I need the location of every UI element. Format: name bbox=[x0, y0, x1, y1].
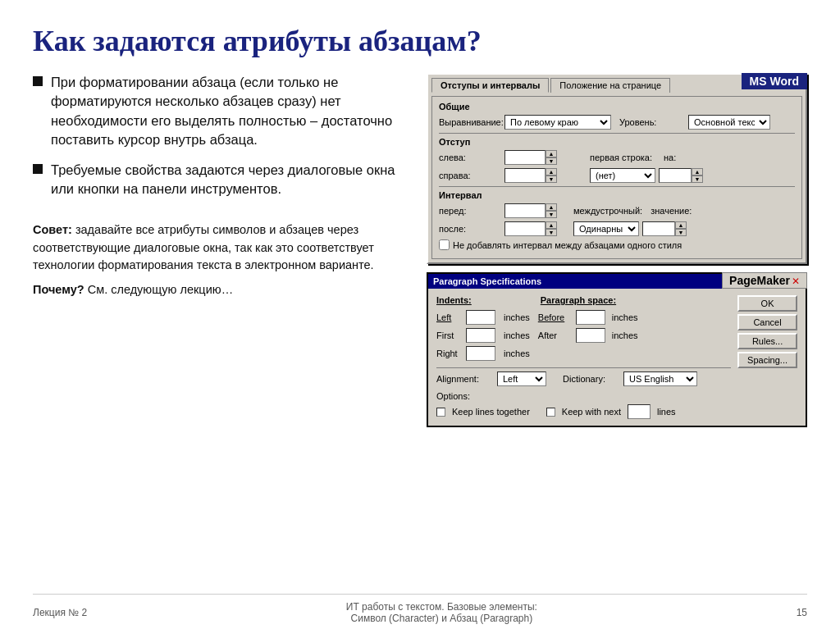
pm-first-after-row: First 0 inches After 0 inches bbox=[436, 328, 731, 343]
alignment-row: Выравнивание: По левому краю Уровень: Ос… bbox=[439, 115, 795, 130]
value-up[interactable]: ▲ bbox=[675, 221, 687, 229]
alignment-label: Выравнивание: bbox=[439, 117, 504, 127]
right-column: MS Word Отступы и интервалы Положение на… bbox=[427, 73, 807, 586]
pm-left-label: Left bbox=[436, 312, 463, 322]
after-up[interactable]: ▲ bbox=[546, 221, 557, 229]
pm-main-layout: Indents: Paragraph space: Left 0 inches … bbox=[436, 295, 797, 419]
pm-checkboxes-row: Keep lines together Keep with next 0 lin… bbox=[436, 404, 731, 419]
pm-left-input[interactable]: 0 bbox=[466, 310, 495, 325]
left-indent-spin: 0 см ▲ ▼ bbox=[504, 150, 557, 165]
before-input[interactable]: 0 пт bbox=[504, 203, 546, 218]
general-label: Общие bbox=[439, 102, 795, 112]
after-input[interactable]: 0 пт bbox=[504, 221, 546, 236]
pm-dictionary-label: Dictionary: bbox=[563, 374, 620, 384]
pm-fields-area: Indents: Paragraph space: Left 0 inches … bbox=[436, 295, 731, 419]
pm-alignment-select[interactable]: Left bbox=[497, 371, 546, 386]
after-label: после: bbox=[439, 224, 504, 234]
bullet-list: При форматировании абзаца (если только н… bbox=[33, 73, 410, 210]
rules-button[interactable]: Rules... bbox=[737, 333, 797, 349]
linespace-select[interactable]: Одинарный bbox=[573, 221, 639, 236]
right-indent-down[interactable]: ▼ bbox=[546, 175, 557, 183]
before-up[interactable]: ▲ bbox=[546, 203, 557, 211]
level-select[interactable]: Основной текст bbox=[688, 115, 770, 130]
alignment-select[interactable]: По левому краю bbox=[504, 115, 611, 130]
slide-footer: Лекция № 2 ИТ работы с текстом. Базовые … bbox=[33, 594, 807, 629]
keep-lines-label: Keep lines together bbox=[452, 407, 530, 417]
ok-button[interactable]: OK bbox=[737, 295, 797, 312]
pm-right-buttons: OK Cancel Rules... Spacing... bbox=[737, 295, 797, 419]
spacing-button[interactable]: Spacing... bbox=[737, 352, 797, 368]
footer-center-line1: ИТ работы с текстом. Базовые элементы: bbox=[346, 601, 537, 613]
on-input[interactable] bbox=[659, 168, 692, 183]
pm-dictionary-select[interactable]: US English bbox=[623, 371, 697, 386]
pm-after-label: After bbox=[538, 330, 573, 340]
checkbox-label: Не добавлять интервал между абзацами одн… bbox=[453, 240, 682, 250]
interval-label: Интервал bbox=[439, 190, 795, 200]
left-indent-input[interactable]: 0 см bbox=[504, 150, 546, 165]
pm-before-input[interactable]: 0 bbox=[576, 310, 605, 325]
value-down[interactable]: ▼ bbox=[675, 229, 687, 236]
pm-options-row: Options: bbox=[436, 391, 731, 401]
after-spin: 0 пт ▲ ▼ bbox=[504, 221, 557, 236]
pagemaker-brand-label: PageMaker✕ bbox=[722, 272, 807, 289]
firstline-select[interactable]: (нет) bbox=[590, 168, 655, 183]
pm-body: Indents: Paragraph space: Left 0 inches … bbox=[428, 289, 806, 426]
checkbox-row: Не добавлять интервал между абзацами одн… bbox=[439, 239, 795, 250]
tab-position[interactable]: Положение на странице bbox=[550, 78, 670, 93]
on-up[interactable]: ▲ bbox=[692, 168, 703, 175]
bullet-icon bbox=[33, 76, 43, 86]
footer-center-line2: Символ (Character) и Абзац (Paragraph) bbox=[346, 613, 537, 624]
same-style-checkbox[interactable] bbox=[439, 239, 450, 250]
list-item: При форматировании абзаца (если только н… bbox=[33, 73, 410, 148]
linespace-select-wrapper: Одинарный ▲ ▼ bbox=[573, 221, 687, 236]
keep-next-checkbox[interactable] bbox=[546, 408, 555, 417]
value-spin: ▲ ▼ bbox=[642, 221, 687, 236]
pm-right-input[interactable]: 0 bbox=[466, 346, 495, 361]
on-spin: ▲ ▼ bbox=[659, 168, 703, 183]
pm-right-unit: inches bbox=[504, 349, 530, 358]
firstline-label: первая строка: bbox=[590, 153, 655, 162]
left-indent-down[interactable]: ▼ bbox=[546, 157, 557, 165]
value-input[interactable] bbox=[642, 221, 675, 236]
on-label: на: bbox=[664, 153, 729, 162]
pm-first-input[interactable]: 0 bbox=[466, 328, 495, 343]
pm-after-unit: inches bbox=[612, 330, 638, 340]
why-paragraph: Почему? См. следующую лекцию… bbox=[33, 281, 410, 299]
slide-title: Как задаются атрибуты абзацам? bbox=[33, 25, 807, 58]
pm-alignment-label: Alignment: bbox=[436, 374, 494, 384]
after-row: после: 0 пт ▲ ▼ Одинарный bbox=[439, 221, 795, 236]
before-down[interactable]: ▼ bbox=[546, 211, 557, 218]
left-indent-label: слева: bbox=[439, 153, 504, 162]
right-indent-spin: 0 см ▲ ▼ bbox=[504, 168, 557, 183]
pm-after-input[interactable]: 0 bbox=[576, 328, 605, 343]
left-column: При форматировании абзаца (если только н… bbox=[33, 73, 410, 586]
pm-left-unit: inches bbox=[504, 312, 530, 322]
parspace-label: Paragraph space: bbox=[541, 295, 616, 305]
slide: Как задаются атрибуты абзацам? При форма… bbox=[0, 0, 840, 629]
pm-right-label: Right bbox=[436, 349, 463, 358]
on-down[interactable]: ▼ bbox=[692, 175, 703, 183]
keep-lines-checkbox[interactable] bbox=[436, 408, 445, 417]
pm-header-row: Indents: Paragraph space: bbox=[436, 295, 731, 305]
msword-brand-label: MS Word bbox=[742, 73, 807, 89]
pm-first-label: First bbox=[436, 330, 463, 340]
tip-paragraph: Совет: задавайте все атрибуты символов и… bbox=[33, 221, 410, 275]
after-down[interactable]: ▼ bbox=[546, 229, 557, 236]
tab-indents[interactable]: Отступы и интервалы bbox=[431, 78, 549, 93]
indent-label: Отступ bbox=[439, 137, 795, 147]
pm-right-row: Right 0 inches bbox=[436, 346, 731, 361]
indents-label: Indents: bbox=[436, 295, 472, 305]
pm-first-unit: inches bbox=[504, 330, 530, 340]
bullet-text-1: При форматировании абзаца (если только н… bbox=[51, 73, 410, 148]
before-spin: 0 пт ▲ ▼ bbox=[504, 203, 557, 218]
content-area: При форматировании абзаца (если только н… bbox=[33, 73, 807, 586]
cancel-button[interactable]: Cancel bbox=[737, 314, 797, 330]
right-indent-input[interactable]: 0 см bbox=[504, 168, 546, 183]
firstline-select-wrapper: (нет) ▲ ▼ bbox=[590, 168, 703, 183]
left-indent-up[interactable]: ▲ bbox=[546, 150, 557, 157]
right-indent-up[interactable]: ▲ bbox=[546, 168, 557, 175]
level-label: Уровень: bbox=[619, 117, 685, 127]
indent-left-row: слева: 0 см ▲ ▼ первая строка: на: bbox=[439, 150, 795, 165]
msword-dialog: MS Word Отступы и интервалы Положение на… bbox=[427, 73, 807, 264]
keep-next-input[interactable]: 0 bbox=[628, 404, 651, 419]
